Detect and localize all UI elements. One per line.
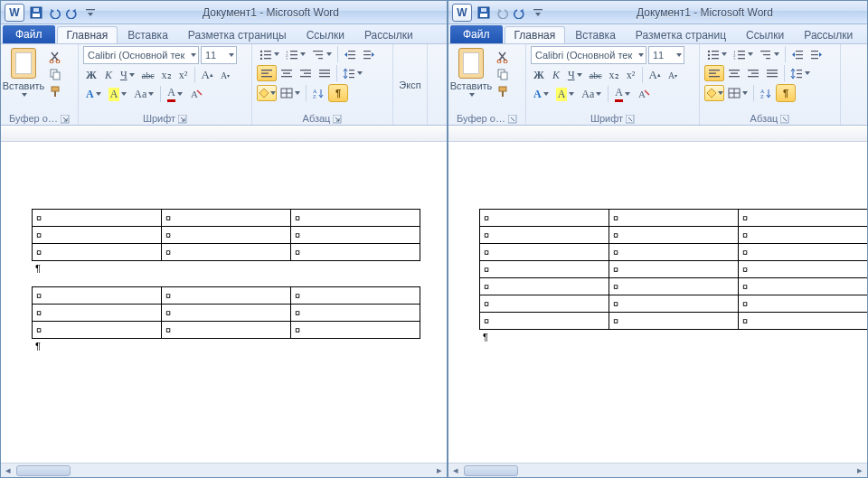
increase-indent-button[interactable]	[807, 46, 826, 62]
redo-icon[interactable]	[512, 5, 528, 21]
table-cell[interactable]: ¤	[291, 287, 420, 305]
table-cell[interactable]: ¤	[291, 227, 420, 244]
horizontal-ruler[interactable]	[448, 126, 867, 142]
underline-button[interactable]: Ч	[118, 67, 137, 83]
copy-icon[interactable]	[47, 67, 63, 81]
text-effects-button[interactable]: A	[83, 86, 104, 102]
document-table[interactable]: ¤¤¤¤¤¤¤¤¤	[32, 209, 420, 261]
paste-button[interactable]: Вставить	[5, 46, 42, 98]
table-cell[interactable]: ¤	[609, 210, 739, 227]
table-cell[interactable]: ¤	[480, 278, 609, 295]
scroll-left-icon[interactable]: ◂	[1, 464, 15, 477]
undo-icon[interactable]	[46, 5, 62, 21]
align-right-button[interactable]	[744, 65, 762, 81]
show-hide-button[interactable]: ¶	[328, 84, 348, 102]
page[interactable]: ¤¤¤¤¤¤¤¤¤¶¤¤¤¤¤¤¤¤¤¶	[17, 153, 441, 463]
align-left-button[interactable]	[704, 65, 724, 81]
undo-icon[interactable]	[494, 5, 510, 21]
table-cell[interactable]: ¤	[480, 244, 609, 261]
change-case-button[interactable]: Aa	[131, 86, 156, 102]
table-cell[interactable]: ¤	[480, 295, 609, 313]
clear-formatting-button[interactable]: A	[187, 86, 205, 102]
paragraph-launcher-icon[interactable]	[780, 115, 789, 124]
tab-page-layout[interactable]: Разметка страницы	[178, 26, 297, 43]
table-cell[interactable]: ¤	[739, 227, 868, 244]
shading-button[interactable]	[704, 85, 724, 101]
table-cell[interactable]: ¤	[480, 227, 609, 244]
superscript-button[interactable]: x²	[624, 67, 638, 83]
copy-icon[interactable]	[495, 67, 511, 81]
strikethrough-button[interactable]: abc	[587, 67, 605, 83]
word-app-icon[interactable]: W	[5, 4, 24, 22]
text-effects-button[interactable]: A	[531, 86, 552, 102]
font-launcher-icon[interactable]	[626, 115, 635, 124]
word-app-icon[interactable]: W	[452, 4, 472, 22]
tab-file[interactable]: Файл	[3, 25, 55, 43]
table-cell[interactable]: ¤	[291, 210, 420, 227]
bullets-button[interactable]	[257, 46, 282, 62]
shrink-font-button[interactable]: A▾	[218, 67, 232, 83]
tab-references[interactable]: Ссылки	[297, 26, 354, 43]
grow-font-button[interactable]: A▴	[199, 67, 216, 83]
table-cell[interactable]: ¤	[291, 322, 420, 339]
align-left-button[interactable]	[257, 65, 277, 81]
table-cell[interactable]: ¤	[291, 244, 420, 261]
table-cell[interactable]: ¤	[33, 305, 162, 322]
document-area[interactable]: ¤¤¤¤¤¤¤¤¤¤¤¤¤¤¤¤¤¤¤¤¤¶ ◂ ▸	[448, 126, 867, 477]
multilevel-list-button[interactable]	[757, 46, 782, 62]
format-painter-icon[interactable]	[47, 84, 63, 98]
table-cell[interactable]: ¤	[162, 244, 291, 261]
scroll-right-icon[interactable]: ▸	[853, 464, 867, 477]
font-name-combo[interactable]: Calibri (Основной тек	[531, 46, 646, 64]
font-launcher-icon[interactable]	[178, 115, 187, 124]
tab-page-layout[interactable]: Разметка страниц	[626, 26, 736, 43]
table-cell[interactable]: ¤	[480, 313, 609, 330]
align-right-button[interactable]	[297, 65, 315, 81]
bullets-button[interactable]	[704, 46, 730, 62]
paste-button[interactable]: Вставить	[453, 46, 489, 98]
table-cell[interactable]: ¤	[739, 278, 868, 295]
font-color-button[interactable]: A	[165, 86, 185, 102]
horizontal-scrollbar[interactable]: ◂ ▸	[1, 463, 447, 477]
superscript-button[interactable]: x²	[176, 67, 191, 83]
paragraph-launcher-icon[interactable]	[333, 115, 342, 124]
document-area[interactable]: ¤¤¤¤¤¤¤¤¤¶¤¤¤¤¤¤¤¤¤¶ ◂ ▸	[1, 126, 447, 477]
table-cell[interactable]: ¤	[33, 287, 162, 305]
document-table[interactable]: ¤¤¤¤¤¤¤¤¤	[32, 286, 420, 339]
cut-icon[interactable]	[47, 50, 63, 64]
table-cell[interactable]: ¤	[33, 244, 162, 261]
highlight-button[interactable]: A	[106, 86, 130, 102]
table-cell[interactable]: ¤	[739, 261, 868, 278]
change-case-button[interactable]: Aa	[579, 86, 604, 102]
subscript-button[interactable]: x₂	[159, 67, 175, 83]
numbering-button[interactable]: 123	[731, 46, 756, 62]
qat-customize-icon[interactable]	[82, 5, 99, 21]
table-cell[interactable]: ¤	[609, 261, 739, 278]
shrink-font-button[interactable]: A▾	[665, 67, 680, 83]
save-icon[interactable]	[28, 5, 44, 21]
multilevel-list-button[interactable]	[309, 46, 335, 62]
decrease-indent-button[interactable]	[341, 46, 359, 62]
format-painter-icon[interactable]	[495, 84, 511, 98]
font-name-combo[interactable]: Calibri (Основной тек	[83, 46, 199, 64]
tab-insert[interactable]: Вставка	[565, 26, 626, 43]
align-justify-button[interactable]	[316, 65, 334, 81]
line-spacing-button[interactable]	[340, 65, 365, 81]
table-cell[interactable]: ¤	[291, 305, 420, 322]
subscript-button[interactable]: x₂	[607, 67, 622, 83]
table-cell[interactable]: ¤	[609, 244, 739, 261]
tab-review[interactable]: Рецензиро	[863, 26, 867, 43]
table-cell[interactable]: ¤	[162, 227, 291, 244]
qat-customize-icon[interactable]	[530, 5, 546, 21]
table-cell[interactable]: ¤	[162, 287, 291, 305]
numbering-button[interactable]: 123	[283, 46, 308, 62]
table-cell[interactable]: ¤	[609, 227, 739, 244]
table-cell[interactable]: ¤	[162, 305, 291, 322]
align-center-button[interactable]	[278, 65, 296, 81]
underline-button[interactable]: Ч	[565, 67, 585, 83]
strikethrough-button[interactable]: abc	[139, 67, 157, 83]
scroll-thumb[interactable]	[464, 465, 518, 476]
table-cell[interactable]: ¤	[739, 313, 868, 330]
tab-references[interactable]: Ссылки	[736, 26, 794, 43]
align-center-button[interactable]	[725, 65, 743, 81]
